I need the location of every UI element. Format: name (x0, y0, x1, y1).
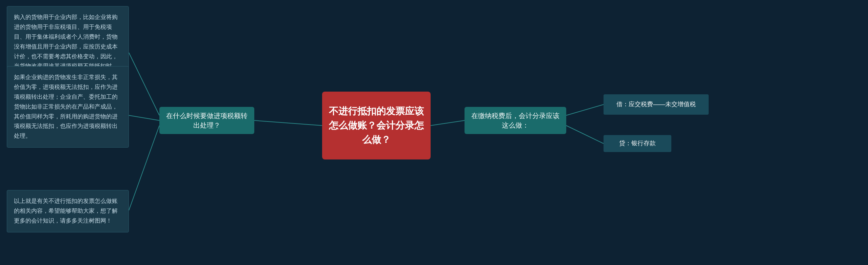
svg-line-4 (129, 53, 159, 115)
central-label: 不进行抵扣的发票应该怎么做账？会计分录怎么做？ (328, 104, 425, 147)
branch-right-label: 在缴纳税费后，会计分录应该这么做： (469, 111, 561, 130)
svg-line-1 (431, 120, 465, 126)
svg-line-6 (129, 126, 159, 210)
leaf-right-bottom-node[interactable]: 贷：银行存款 (604, 135, 671, 152)
svg-line-5 (129, 115, 159, 120)
leaf-right-bottom-label: 贷：银行存款 (619, 139, 656, 148)
branch-left-label: 在什么时候要做进项税额转出处理？ (164, 111, 250, 130)
branch-left-node[interactable]: 在什么时候要做进项税额转出处理？ (159, 107, 254, 134)
text-box-bottom: 以上就是有关不进行抵扣的发票怎么做账的相关内容，希望能够帮助大家，想了解更多的会… (7, 190, 129, 232)
text-box-middle: 如果企业购进的货物发生非正常损失，其价值为零，进项税额无法抵扣，应作为进项税额转… (7, 66, 129, 148)
branch-right-node[interactable]: 在缴纳税费后，会计分录应该这么做： (465, 107, 566, 134)
svg-line-2 (566, 105, 604, 115)
central-node[interactable]: 不进行抵扣的发票应该怎么做账？会计分录怎么做？ (322, 92, 431, 159)
svg-line-0 (254, 120, 322, 126)
text-bottom-content: 以上就是有关不进行抵扣的发票怎么做账的相关内容，希望能够帮助大家，想了解更多的会… (14, 198, 118, 224)
svg-line-3 (566, 126, 604, 144)
text-middle-content: 如果企业购进的货物发生非正常损失，其价值为零，进项税额无法抵扣，应作为进项税额转… (14, 74, 118, 139)
mind-map-container: 购入的货物用于企业内部，比如企业将购进的货物用于非应税项目、用于免税项目、用于集… (0, 0, 868, 265)
leaf-right-top-node[interactable]: 借：应交税费——未交增值税 (604, 94, 709, 115)
leaf-right-top-label: 借：应交税费——未交增值税 (616, 100, 696, 109)
connection-lines (0, 0, 868, 265)
